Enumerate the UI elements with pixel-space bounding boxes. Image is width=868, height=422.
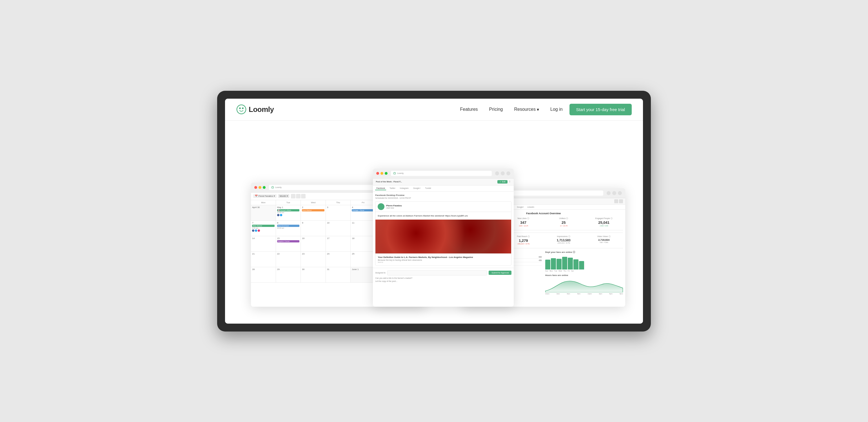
loomly-mini-logo2-icon bbox=[393, 172, 396, 175]
hero-area: Loomly 📅 Floral Fanatics ▾ Month ▾ bbox=[225, 121, 643, 323]
minimize-dot bbox=[258, 186, 261, 189]
editor-save-btn[interactable]: ✓ Edit bbox=[497, 180, 507, 184]
analytics-nav-icons bbox=[607, 191, 622, 195]
nav-pricing[interactable]: Pricing bbox=[489, 107, 503, 112]
day-bar-thu bbox=[568, 258, 573, 270]
logo-icon bbox=[236, 104, 246, 114]
tab-googleplus[interactable]: Google+ bbox=[412, 187, 422, 190]
svg-point-3 bbox=[272, 186, 274, 189]
ig-icon: i bbox=[258, 229, 260, 232]
cal-cell-may22[interactable]: 22 bbox=[276, 252, 301, 267]
post-of-week-label: Post of the Week - Floral F... bbox=[376, 181, 402, 183]
tab-instagram[interactable]: Instagram bbox=[399, 187, 410, 190]
browser-window: Loomly Features Pricing Resources ▾ Log … bbox=[225, 99, 643, 323]
cal-cell-may14[interactable]: 14 bbox=[251, 236, 276, 252]
maximize-dot bbox=[385, 172, 388, 175]
cal-cell-may3[interactable]: 3 bbox=[326, 205, 351, 221]
cal-cell-may30[interactable]: 30 bbox=[301, 267, 326, 283]
cal-event[interactable]: West End East bbox=[277, 225, 300, 227]
editor-body: Facebook Desktop Preview Scheduled for 0… bbox=[373, 192, 514, 268]
logo[interactable]: Loomly bbox=[236, 104, 274, 114]
cal-cell-apr30[interactable]: April 30 bbox=[251, 205, 276, 221]
cal-cell-may28[interactable]: 28 bbox=[251, 267, 276, 283]
area-chart-svg bbox=[545, 278, 623, 292]
cal-view-month[interactable]: Month ▾ bbox=[278, 194, 289, 198]
chevron-down-icon: ▾ bbox=[537, 107, 539, 112]
analytics-icon1 bbox=[607, 191, 611, 195]
cal-event[interactable]: East Market bbox=[302, 209, 324, 212]
cal-cell-may23[interactable]: 23 bbox=[301, 252, 326, 267]
cal-cell-may9[interactable]: 9 bbox=[301, 221, 326, 236]
assign-input[interactable] bbox=[387, 270, 487, 275]
analytics-export-btn[interactable] bbox=[619, 199, 623, 203]
tab-tumblr[interactable]: Tumblr bbox=[424, 187, 433, 190]
cal-cell-may7[interactable]: 7 West Market 9:00 am f t i bbox=[251, 221, 276, 236]
cal-cell-may17[interactable]: 17 bbox=[326, 236, 351, 252]
days-labels: SunMonTueWedThuFriSat bbox=[545, 270, 623, 272]
close-dot bbox=[376, 172, 379, 175]
login-link[interactable]: Log in bbox=[550, 107, 563, 112]
analytics-tab-googleplus[interactable]: Google+ bbox=[516, 206, 525, 208]
tab-twitter[interactable]: Twitter bbox=[389, 187, 397, 190]
cal-cell-may31[interactable]: 31 bbox=[326, 267, 351, 283]
cal-filter-btn[interactable] bbox=[301, 194, 306, 198]
submit-approval-btn[interactable]: Submit for Approval bbox=[489, 271, 512, 275]
cta-button[interactable]: Start your 15-day free trial bbox=[569, 104, 632, 115]
svg-point-7 bbox=[394, 173, 395, 173]
cal-header-tue: Tue bbox=[276, 200, 301, 205]
cal-header-wed: Wed bbox=[301, 200, 326, 205]
post-text-content: Experience all the colors at Addison Far… bbox=[375, 212, 511, 220]
editor-bottom: Assigned to Submit for Approval Can you … bbox=[373, 268, 514, 286]
analytics-tab-linkedin[interactable]: LinkedIn bbox=[526, 206, 535, 208]
cal-list-view-btn[interactable] bbox=[296, 194, 301, 198]
editor-more-icon[interactable]: ⋮ bbox=[508, 180, 511, 184]
nav-features[interactable]: Features bbox=[460, 107, 478, 112]
assign-label: Assigned to bbox=[375, 272, 385, 274]
svg-point-0 bbox=[237, 105, 246, 114]
svg-point-5 bbox=[273, 187, 274, 188]
cal-cell-jun1[interactable]: June 1 bbox=[351, 267, 376, 283]
cal-cell-may11[interactable]: 11 bbox=[351, 221, 376, 236]
cal-cell-may18[interactable]: 18 bbox=[351, 236, 376, 252]
cal-account-selector[interactable]: 📅 Floral Fanatics ▾ bbox=[253, 194, 277, 198]
cal-cell-may16[interactable]: 16 bbox=[301, 236, 326, 252]
cal-header-thu: Thu bbox=[326, 200, 351, 205]
hours-labels: 12am3am6am9am12pm3pm6pm9pm bbox=[545, 293, 623, 294]
editor-address-bar: Loomly bbox=[391, 171, 492, 176]
cal-cell-may10[interactable]: 10 bbox=[326, 221, 351, 236]
nav-resources[interactable]: Resources ▾ bbox=[514, 107, 539, 112]
day-bar-mon bbox=[551, 258, 556, 270]
cal-cell-may21[interactable]: 21 bbox=[251, 252, 276, 267]
day-bar-sun bbox=[545, 260, 550, 270]
cal-cell-may8[interactable]: 8 West End East 10:00 am bbox=[276, 221, 301, 236]
post-link-url: loom.ly bbox=[378, 261, 509, 263]
comment-prompt: Can you add a link to the farmer's marke… bbox=[375, 277, 512, 280]
cal-cell-may25[interactable]: 25 bbox=[351, 252, 376, 267]
editor-browser-bar: Loomly bbox=[373, 169, 514, 178]
post-header: Pierre Favalou Just now bbox=[375, 202, 511, 212]
fb-icon: f bbox=[252, 229, 254, 232]
cal-event[interactable]: Portage - Floral bbox=[352, 209, 374, 212]
screenshots-container: Loomly 📅 Floral Fanatics ▾ Month ▾ bbox=[231, 132, 637, 307]
cal-grid-view-btn[interactable] bbox=[291, 194, 296, 198]
cal-cell-may2[interactable]: 2 East Market bbox=[301, 205, 326, 221]
cal-event[interactable]: West Market bbox=[252, 225, 275, 227]
days-bar-chart bbox=[545, 255, 623, 270]
hours-section: Dept your fans are online ⓘ bbox=[545, 251, 623, 294]
cal-cell-may29[interactable]: 29 bbox=[276, 267, 301, 283]
post-timestamp: Just now bbox=[386, 207, 402, 209]
cal-cell-may15[interactable]: 15 Angela's Corner bbox=[276, 236, 301, 252]
cal-view-buttons bbox=[291, 194, 306, 198]
cal-cell-may24[interactable]: 24 bbox=[326, 252, 351, 267]
tab-facebook-active[interactable]: Facebook bbox=[375, 187, 386, 190]
cal-cell-may1[interactable]: May 1 🌸 Farmer's Mark... 11:00 am f t bbox=[276, 205, 301, 221]
cal-event[interactable]: 🌸 Farmer's Mark... bbox=[277, 209, 300, 212]
post-image bbox=[375, 220, 511, 253]
analytics-filter-btn[interactable] bbox=[614, 199, 618, 203]
maximize-dot bbox=[263, 186, 266, 189]
copy-prompt: Let the copy of the post... bbox=[375, 280, 512, 283]
editor-toolbar: Post of the Week - Floral F... ✓ Edit ⋮ bbox=[373, 178, 514, 186]
raspberry-image bbox=[375, 220, 511, 253]
cal-cell-may4[interactable]: 4 Portage - Floral bbox=[351, 205, 376, 221]
cal-event[interactable]: Angela's Corner bbox=[277, 240, 300, 243]
